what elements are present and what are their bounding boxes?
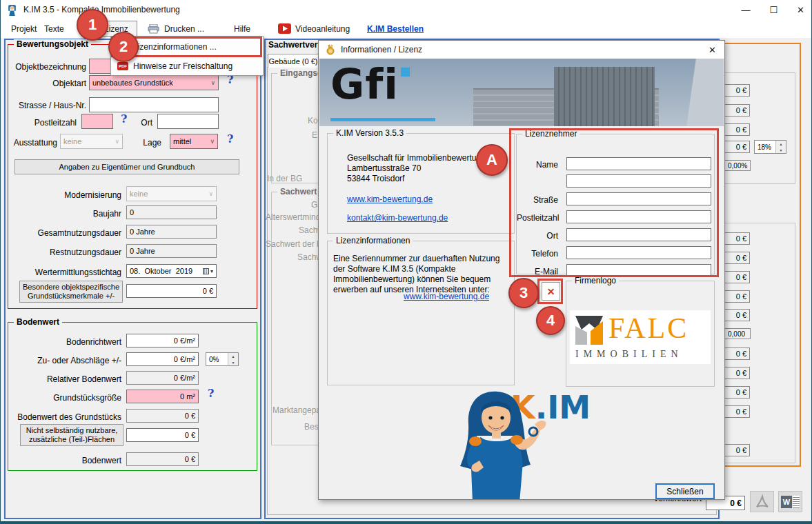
menu-hilfe[interactable]: Hilfe (234, 22, 250, 36)
strasse-label: Strasse / Haus-Nr. (8, 101, 86, 110)
menu-item-label: Hinweise zur Freischaltung (133, 61, 232, 71)
calendar-arrow-icon: ▾ (210, 268, 213, 274)
titlebar: K.IM 3.5 - Kompakte Immobilienbewertung … (1, 0, 811, 19)
modernisierung-select: keine ∨ (126, 186, 217, 201)
plz-help-icon[interactable]: ? (121, 112, 127, 125)
pdf-badge-icon: PDF (117, 62, 128, 70)
chevron-down-icon: ∨ (115, 138, 119, 145)
modernisierung-value: keine (130, 190, 148, 198)
grundstuecksgroesse-help-icon[interactable]: ? (208, 387, 214, 400)
building-right (686, 59, 724, 126)
ausstattung-select: keine ∨ (60, 134, 123, 149)
menu-videoanleitung[interactable]: Videoanleitung (295, 22, 350, 36)
menu-item-hinweise[interactable]: PDF Hinweise zur Freischaltung (112, 57, 261, 75)
teilflaechen-input[interactable]: 0 € (126, 428, 199, 442)
bodenwert-title: Bodenwert (14, 317, 62, 327)
annotation-circle-a: A (476, 144, 508, 176)
besondere-merkmale-button[interactable]: Besondere objektspezifische Grundstücksm… (19, 281, 123, 303)
label-fragment: Ko (308, 116, 318, 125)
sachwert-caption: Sachwert (277, 187, 319, 196)
eigentuemer-button[interactable]: Angaben zu Eigentümer und Grundbuch (14, 159, 239, 174)
menu-projekt[interactable]: Projekt (11, 22, 37, 36)
lage-label: Lage (142, 138, 161, 148)
baujahr-label: Baujahr (8, 209, 121, 219)
gfi-logo-underline (330, 118, 435, 121)
bodenwert-final-field: 0 € (126, 452, 199, 466)
maximize-icon[interactable]: ☐ (769, 5, 778, 15)
label-fragment: Sachwert der b (266, 239, 321, 249)
besondere-merkmale-input[interactable]: 0 € (126, 284, 217, 298)
bodenrichtwert-input[interactable]: 0 €/m² (126, 334, 199, 347)
percent-stepper[interactable]: 18% ▲▼ (754, 140, 786, 154)
zuabschlaege-pct-value: 0% (209, 356, 219, 363)
objektart-label: Objektart (8, 79, 86, 88)
export-pdf-button[interactable] (750, 491, 774, 512)
plz-input[interactable] (81, 114, 113, 129)
label-fragment: G (311, 200, 317, 210)
immobilien-text: IMMOBILIEN (575, 349, 683, 360)
plz-label: Postleitzahl (8, 118, 77, 128)
chevron-down-icon: ∨ (210, 138, 215, 145)
objektart-select[interactable]: unbebautes Grundstück ∨ (89, 75, 219, 90)
gfi-banner-image: Gfi (319, 59, 724, 126)
bodenwert-grundstueck-field: 0 € (126, 409, 199, 423)
firmenlogo-group: Firmenlogo FALC IMMOBILIEN (566, 281, 715, 387)
dialog-titlebar: Informationen / Lizenz ✕ (319, 41, 724, 59)
annotation-box-delete-logo (537, 279, 563, 304)
spinner-down-icon[interactable]: ▼ (228, 359, 238, 365)
label-fragment: In der BG (267, 174, 302, 183)
email-link[interactable]: kontakt@kim-bewertung.de (347, 213, 448, 223)
ausstattung-value: keine (63, 137, 81, 145)
minimize-icon[interactable]: — (741, 5, 750, 15)
close-icon[interactable]: ✕ (797, 5, 804, 15)
kim-mascot-image (445, 389, 550, 500)
chevron-down-icon: ∨ (210, 79, 215, 86)
shop-link[interactable]: www.kim-bewertung.de (404, 292, 489, 301)
zuabschlaege-pct-stepper[interactable]: 0% ▲▼ (206, 352, 239, 366)
strasse-input[interactable] (89, 97, 219, 112)
gfi-logo: Gfi (330, 60, 399, 108)
company-street: Lambertusstraße 70 (347, 163, 486, 174)
ausstattung-label: Ausstattung (8, 138, 57, 148)
annotation-circle-3: 3 (508, 278, 539, 308)
menu-kim-bestellen[interactable]: K.IM Bestellen (367, 22, 424, 36)
stichtag-datepicker[interactable]: 08. Oktober 2019 ▾ (126, 264, 217, 278)
bewertungsobjekt-title: Bewertungsobjekt (14, 39, 91, 49)
lage-value: mittel (173, 137, 191, 145)
grundstuecksgroesse-input[interactable]: 0 m² (126, 390, 199, 403)
tab-gebaeude[interactable]: Gebäude (0 €) (268, 54, 319, 68)
spinner-up-icon[interactable]: ▲ (228, 353, 238, 359)
relativ-bodenwert-field: 0 €/m² (126, 371, 199, 385)
annotation-box-lizenznehmer (509, 128, 719, 277)
zuabschlaege-input[interactable]: 0 €/m² (126, 352, 199, 366)
spinner-down-icon[interactable]: ▼ (776, 147, 786, 153)
menu-drucken[interactable]: Drucken ... (164, 22, 204, 36)
menu-texte[interactable]: Texte (44, 22, 64, 36)
gfi-logo-dot (401, 68, 410, 77)
restnutzungsdauer-label: Restnutzungsdauer (8, 248, 121, 257)
percent-value: 18% (757, 143, 771, 151)
company-name: Gesellschaft für Immobilienbewertung (347, 153, 486, 163)
dialog-close-icon[interactable]: ✕ (709, 45, 716, 55)
lage-help-icon[interactable]: ? (227, 132, 233, 145)
lage-select[interactable]: mittel ∨ (170, 134, 218, 149)
value-field: 0,000 (724, 328, 751, 339)
lizenzinfo-group: Lizenzinformationen Eine Seriennummer zu… (327, 241, 515, 385)
bodenrichtwert-label: Bodenrichtwert (8, 337, 121, 347)
schliessen-button[interactable]: Schließen (655, 483, 715, 499)
grundstuecksgroesse-label: Grundstücksgröße (8, 393, 121, 403)
building-tower (554, 67, 655, 126)
spinner-up-icon[interactable]: ▲ (776, 141, 786, 147)
chevron-down-icon: ∨ (208, 190, 213, 197)
pdf-icon (755, 494, 770, 510)
teilflaechen-button[interactable]: Nicht selbständig nutzbare, zusätzliche … (20, 424, 123, 446)
objektart-value: unbebautes Grundstück (92, 79, 173, 87)
export-word-button[interactable]: W (778, 491, 802, 512)
website-link[interactable]: www.kim-bewertung.de (347, 194, 433, 204)
ort-input[interactable] (157, 114, 219, 129)
word-icon: W (781, 496, 792, 508)
app-window: K.IM 3.5 - Kompakte Immobilienbewertung … (0, 0, 812, 524)
label-fragment: Marktangepas (273, 405, 325, 415)
printer-icon (148, 24, 159, 34)
annotation-circle-1: 1 (77, 9, 108, 41)
